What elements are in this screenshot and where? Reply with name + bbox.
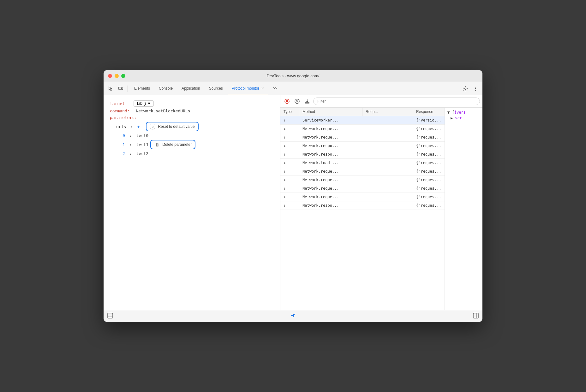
header-request: Requ... xyxy=(362,108,413,116)
table-row[interactable]: ↓ Network.respo... {"reques... xyxy=(280,201,445,210)
svg-point-2 xyxy=(465,88,466,89)
cell-type: ↓ xyxy=(280,193,299,201)
tab-application[interactable]: Application xyxy=(178,82,204,95)
cell-request xyxy=(362,201,413,210)
item-2-line: 2 : test2 xyxy=(110,151,274,156)
cell-request xyxy=(362,159,413,167)
item-2-value: test2 xyxy=(136,151,148,156)
urls-line: urls : + ⊘ Reset to default value xyxy=(110,122,274,131)
cell-request xyxy=(362,167,413,175)
cell-type: ↓ xyxy=(280,184,299,193)
table-row[interactable]: ↓ Network.respo... {"reques... xyxy=(280,142,445,150)
cell-type: ↓ xyxy=(280,150,299,158)
table-row[interactable]: ↓ Network.reque... {"reques... xyxy=(280,184,445,193)
minimize-button[interactable] xyxy=(115,74,119,78)
svg-rect-13 xyxy=(473,313,478,318)
cell-type: ↓ xyxy=(280,176,299,184)
header-method: Method xyxy=(299,108,362,116)
send-icon[interactable] xyxy=(290,312,296,320)
title-bar: DevTools - www.google.com/ xyxy=(104,70,482,82)
json-panel: ▼ {{vers ▶ ver xyxy=(445,108,482,310)
cell-type: ↓ xyxy=(280,133,299,141)
sidebar-toggle-icon[interactable] xyxy=(473,313,479,320)
tab-sources[interactable]: Sources xyxy=(205,82,227,95)
cell-request xyxy=(362,150,413,158)
delete-parameter-button[interactable]: 🗑 Delete parameter xyxy=(150,140,195,149)
main-content: target: Tab () ▼ command: Network.setBlo… xyxy=(104,95,482,310)
item-0-value: test0 xyxy=(136,133,148,138)
table-row[interactable]: ↓ ServiceWorker... {"versio... xyxy=(280,116,445,125)
command-value: Network.setBlockedURLs xyxy=(136,109,190,113)
cell-request xyxy=(362,116,413,124)
trash-icon: 🗑 xyxy=(154,142,160,147)
cell-method: ServiceWorker... xyxy=(299,116,362,124)
cell-request xyxy=(362,176,413,184)
cell-type: ↓ xyxy=(280,201,299,210)
cell-method: Network.reque... xyxy=(299,167,362,175)
cell-response: {"reques... xyxy=(413,159,445,167)
cell-type: ↓ xyxy=(280,116,299,124)
header-type: Type xyxy=(280,108,299,116)
table-body: ↓ ServiceWorker... {"versio... ↓ Network… xyxy=(280,116,445,310)
header-response: Response xyxy=(413,108,445,116)
table-row[interactable]: ↓ Network.loadi... {"reques... xyxy=(280,159,445,167)
tab-elements[interactable]: Elements xyxy=(130,82,154,95)
device-toggle-icon[interactable] xyxy=(116,84,125,93)
tab-close-icon[interactable]: ✕ xyxy=(261,86,264,90)
item-1-line: 1 : test1 🗑 Delete parameter xyxy=(110,140,274,149)
table-row[interactable]: ↓ Network.reque... {"reques... xyxy=(280,167,445,176)
cell-request xyxy=(362,125,413,133)
table-row[interactable]: ↓ Network.reque... {"reques... xyxy=(280,133,445,142)
cell-type: ↓ xyxy=(280,125,299,133)
stop-recording-button[interactable] xyxy=(283,97,291,105)
cell-type: ↓ xyxy=(280,142,299,150)
window-title: DevTools - www.google.com/ xyxy=(267,74,320,78)
cell-request xyxy=(362,184,413,193)
cell-type: ↓ xyxy=(280,159,299,167)
cell-response: {"reques... xyxy=(413,176,445,184)
clear-button[interactable] xyxy=(293,97,301,105)
filter-input[interactable] xyxy=(313,98,480,105)
table-row[interactable]: ↓ Network.reque... {"reques... xyxy=(280,193,445,201)
cell-method: Network.reque... xyxy=(299,125,362,133)
settings-icon[interactable] xyxy=(461,84,470,93)
cell-request xyxy=(362,193,413,201)
json-brace-open: ▼ { xyxy=(447,110,454,115)
cell-method: Network.reque... xyxy=(299,193,362,201)
more-options-icon[interactable] xyxy=(471,84,480,93)
svg-point-3 xyxy=(475,86,476,87)
table-row[interactable]: ↓ Network.reque... {"reques... xyxy=(280,176,445,184)
cell-response: {"reques... xyxy=(413,142,445,150)
cell-method: Network.respo... xyxy=(299,150,362,158)
item-0-index: 0 xyxy=(123,133,125,138)
command-line: command: Network.setBlockedURLs xyxy=(110,109,274,113)
command-label: command: xyxy=(110,109,130,113)
urls-label: urls xyxy=(116,124,126,129)
cell-method: Network.respo... xyxy=(299,201,362,210)
bottom-bar xyxy=(104,310,482,322)
filter-bar xyxy=(280,95,482,108)
parameters-label: parameters: xyxy=(110,115,137,120)
cell-request xyxy=(362,133,413,141)
tab-protocol-monitor[interactable]: Protocol monitor ✕ xyxy=(228,82,268,95)
svg-rect-0 xyxy=(118,87,121,89)
devtools-window: DevTools - www.google.com/ Elements Cons… xyxy=(104,70,482,322)
table-row[interactable]: ↓ Network.respo... {"reques... xyxy=(280,150,445,159)
more-tabs-button[interactable]: >> xyxy=(269,82,281,95)
target-dropdown[interactable]: Tab () ▼ xyxy=(134,100,154,107)
maximize-button[interactable] xyxy=(121,74,125,78)
item-1-index: 1 xyxy=(123,142,125,147)
cell-response: {"reques... xyxy=(413,125,445,133)
download-button[interactable] xyxy=(303,97,311,105)
toolbar-right xyxy=(461,84,480,93)
svg-rect-11 xyxy=(108,313,113,318)
cell-request xyxy=(362,142,413,150)
close-button[interactable] xyxy=(108,74,112,78)
select-element-icon[interactable] xyxy=(106,84,115,93)
table-row[interactable]: ↓ Network.reque... {"reques... xyxy=(280,125,445,133)
urls-plus[interactable]: + xyxy=(137,124,140,129)
dock-icon[interactable] xyxy=(107,313,113,320)
reset-to-default-button[interactable]: ⊘ Reset to default value xyxy=(146,122,198,131)
toolbar-separator xyxy=(128,86,128,92)
tab-console[interactable]: Console xyxy=(155,82,176,95)
